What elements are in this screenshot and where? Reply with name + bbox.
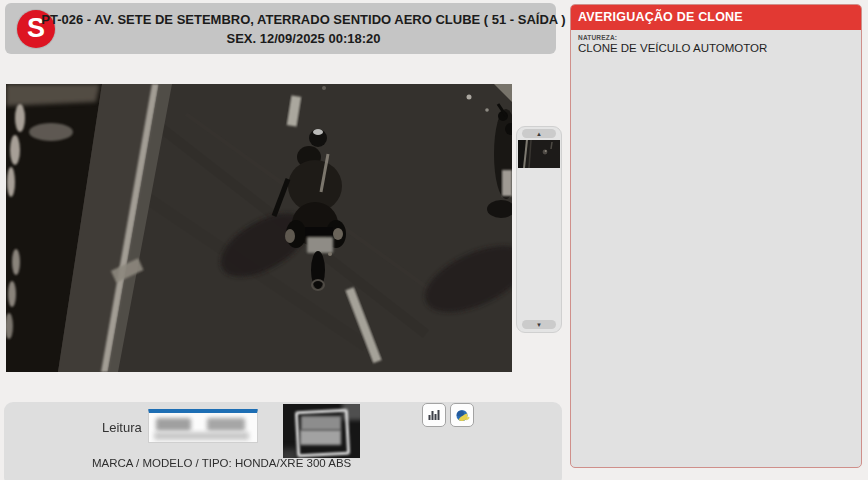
- helmet-highlight: [313, 129, 323, 135]
- plate-crop-image[interactable]: [283, 404, 360, 458]
- clone-check-button[interactable]: [450, 403, 474, 427]
- camera-location-title: PT-026 - AV. SETE DE SETEMBRO, ATERRADO …: [41, 12, 565, 27]
- blurred-plate-region: [300, 430, 341, 445]
- header-bar: S PT-026 - AV. SETE DE SETEMBRO, ATERRAD…: [5, 3, 556, 54]
- page: { "header": { "logo_letter": "S", "locat…: [0, 0, 868, 480]
- up-arrow-icon: ▲: [536, 131, 542, 137]
- night-road-scene: [6, 84, 512, 372]
- alert-panel-title: AVERIGUAÇÃO DE CLONE: [571, 5, 861, 30]
- blurred-plate-region: [301, 416, 341, 430]
- alert-panel-body: NATUREZA: CLONE DE VEÍCULO AUTOMOTOR: [571, 30, 861, 58]
- scroll-down-button[interactable]: ▼: [522, 320, 556, 329]
- capture-datetime: SEX. 12/09/2025 00:18:20: [227, 31, 381, 46]
- thumbnail-image: [518, 140, 560, 168]
- nature-value: CLONE DE VEÍCULO AUTOMOTOR: [578, 42, 854, 54]
- globe-swoosh-icon: [455, 408, 470, 423]
- capture-photo[interactable]: [6, 84, 512, 372]
- header-titles: PT-026 - AV. SETE DE SETEMBRO, ATERRADO …: [59, 3, 548, 54]
- plate-reading-input[interactable]: [148, 409, 258, 443]
- scroll-up-button[interactable]: ▲: [522, 129, 556, 138]
- histogram-button[interactable]: [422, 403, 446, 427]
- vehicle-info-text: MARCA / MODELO / TIPO: HONDA/XRE 300 ABS: [92, 457, 351, 469]
- capture-thumbnail[interactable]: [518, 140, 560, 168]
- alert-panel: AVERIGUAÇÃO DE CLONE NATUREZA: CLONE DE …: [570, 4, 862, 468]
- blurred-plate-text: [207, 418, 245, 431]
- blurred-plate-text: [156, 418, 191, 431]
- license-plate-blurred: [307, 237, 333, 253]
- blurred-plate-text: [154, 432, 249, 440]
- reading-panel: Leitura: [4, 402, 562, 480]
- down-arrow-icon: ▼: [536, 322, 542, 328]
- nature-label: NATUREZA:: [578, 34, 854, 41]
- bar-chart-icon: [427, 408, 441, 422]
- thumbnail-carousel: ▲ ▼: [516, 126, 562, 333]
- reading-label: Leitura: [102, 420, 142, 435]
